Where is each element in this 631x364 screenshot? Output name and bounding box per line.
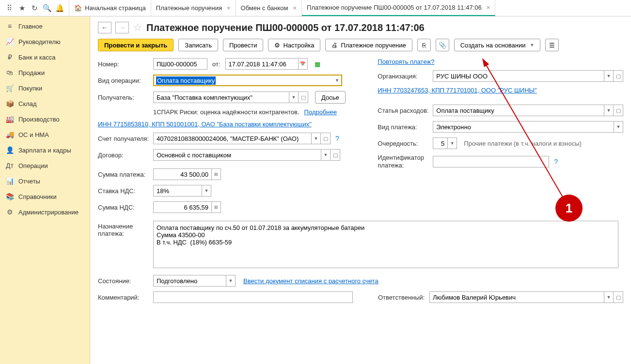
- tab-label: Платежные поручения: [156, 4, 222, 12]
- open-icon[interactable]: ▢: [321, 133, 331, 144]
- post-button[interactable]: Провести: [223, 39, 264, 51]
- comment-input[interactable]: [153, 291, 353, 303]
- history-icon[interactable]: ↻: [28, 1, 41, 15]
- chevron-down-icon[interactable]: ▼: [321, 149, 331, 161]
- chevron-down-icon[interactable]: ▼: [604, 291, 614, 303]
- recipient-input[interactable]: [153, 91, 289, 103]
- home-icon: 🏠: [74, 4, 82, 12]
- chevron-down-icon[interactable]: ▼: [311, 133, 321, 144]
- recipient-inn-link[interactable]: ИНН 7715853810, КПП 501001001, ОАО "База…: [98, 121, 312, 128]
- help-icon[interactable]: ?: [335, 135, 339, 142]
- sidebar-item-reports[interactable]: 📊Отчеты: [0, 173, 90, 189]
- vat-sum-input[interactable]: [153, 201, 211, 213]
- structure-button[interactable]: ⎘: [417, 39, 431, 51]
- tab-payment-orders[interactable]: Платежные поручения ×: [151, 0, 236, 16]
- settings-button[interactable]: ⚙Настройка: [268, 39, 320, 51]
- sidebar-item-purchases[interactable]: 🛒Покупки: [0, 80, 90, 96]
- repeat-payment-link[interactable]: Повторять платеж?: [378, 58, 434, 65]
- close-icon[interactable]: ×: [487, 4, 490, 11]
- sidebar-item-bank[interactable]: ₽Банк и касса: [0, 49, 90, 65]
- order-input[interactable]: [433, 137, 447, 149]
- comment-label: Комментарий:: [98, 294, 150, 301]
- sidebar-item-operations[interactable]: ДтОперации: [0, 158, 90, 173]
- open-icon[interactable]: ▢: [614, 291, 623, 303]
- number-input[interactable]: [153, 58, 207, 70]
- open-icon[interactable]: ▢: [614, 70, 623, 82]
- payment-type-select[interactable]: [433, 121, 614, 133]
- org-input[interactable]: [433, 70, 604, 82]
- close-icon[interactable]: ×: [227, 4, 231, 12]
- chevron-down-icon[interactable]: ▼: [604, 70, 614, 82]
- chevron-down-icon[interactable]: ▼: [202, 185, 211, 197]
- payment-id-input[interactable]: [433, 156, 549, 167]
- contract-input[interactable]: [153, 149, 321, 161]
- apps-icon[interactable]: ⠿: [3, 1, 16, 15]
- list-button[interactable]: ☰: [545, 39, 559, 51]
- vat-sum-label: Сумма НДС:: [98, 204, 150, 211]
- status-select[interactable]: [153, 275, 226, 287]
- chevron-down-icon[interactable]: ▼: [289, 91, 299, 103]
- spark-more-link[interactable]: Подробнее: [304, 108, 337, 116]
- sidebar-item-label: Руководителю: [18, 38, 61, 46]
- chevron-down-icon[interactable]: ▼: [226, 275, 236, 287]
- purpose-textarea[interactable]: [153, 221, 618, 268]
- tab-current-document[interactable]: Платежное поручение ПШ00-000005 от 17.07…: [302, 0, 495, 16]
- sidebar-item-admin[interactable]: ⚙Администрирование: [0, 204, 90, 220]
- responsible-input[interactable]: [429, 291, 604, 303]
- help-icon[interactable]: ?: [554, 158, 558, 166]
- tab-bar: 🏠 Начальная страница Платежные поручения…: [69, 0, 631, 16]
- tab-bank-exchange[interactable]: Обмен с банком ×: [236, 0, 302, 16]
- search-icon[interactable]: 🔍: [41, 1, 53, 15]
- sidebar-item-warehouse[interactable]: 📦Склад: [0, 96, 90, 111]
- calendar-icon[interactable]: 📅: [298, 58, 308, 70]
- sidebar-item-manager[interactable]: 📈Руководителю: [0, 34, 90, 49]
- account-input[interactable]: [153, 133, 311, 144]
- sidebar-item-assets[interactable]: 🚚ОС и НМА: [0, 127, 90, 142]
- number-label: Номер:: [98, 61, 150, 68]
- sidebar-item-label: Производство: [18, 116, 60, 123]
- back-button[interactable]: ←: [98, 22, 111, 33]
- recipient-label: Получатель:: [98, 94, 150, 101]
- chevron-down-icon[interactable]: ▼: [335, 78, 339, 83]
- chevron-down-icon[interactable]: ▼: [447, 137, 457, 149]
- order-label: Очередность:: [378, 140, 430, 147]
- close-icon[interactable]: ×: [293, 4, 297, 12]
- star-icon[interactable]: ☆: [133, 21, 142, 34]
- sidebar-item-directories[interactable]: 📚Справочники: [0, 189, 90, 204]
- open-icon[interactable]: ▢: [331, 149, 340, 161]
- stamp-icon[interactable]: ▦: [315, 61, 320, 68]
- sidebar-item-sales[interactable]: 🛍Продажи: [0, 65, 90, 80]
- attach-button[interactable]: 📎: [436, 39, 449, 51]
- sum-input[interactable]: [153, 168, 211, 180]
- print-button[interactable]: 🖨Платежное поручение: [325, 39, 412, 51]
- sidebar-item-label: Отчеты: [18, 178, 40, 185]
- calc-icon[interactable]: ⊞: [211, 201, 221, 213]
- calc-icon[interactable]: ⊞: [211, 168, 221, 180]
- favorite-icon[interactable]: ★: [16, 1, 28, 15]
- forward-button[interactable]: →: [115, 22, 129, 33]
- chevron-down-icon[interactable]: ▼: [614, 121, 623, 133]
- notifications-icon[interactable]: 🔔: [53, 1, 66, 15]
- gear-icon: ⚙: [274, 42, 280, 49]
- create-based-button[interactable]: Создать на основании▼: [454, 39, 541, 51]
- tab-home[interactable]: 🏠 Начальная страница: [69, 0, 151, 16]
- date-input[interactable]: [225, 58, 298, 70]
- sidebar-item-label: Покупки: [18, 85, 42, 92]
- org-inn-link[interactable]: ИНН 7703247653, КПП 771701001, ООО "РУС …: [378, 87, 536, 94]
- vat-rate-select[interactable]: [153, 185, 202, 197]
- chevron-down-icon[interactable]: ▼: [604, 105, 614, 116]
- enter-writeoff-link[interactable]: Ввести документ списания с расчетного сч…: [243, 277, 379, 285]
- sidebar-item-main[interactable]: ≡Главное: [0, 18, 90, 34]
- op-type-select[interactable]: Оплата поставщику: [156, 76, 216, 85]
- sidebar-item-production[interactable]: 🏭Производство: [0, 111, 90, 127]
- contract-label: Договор:: [98, 152, 150, 159]
- save-button[interactable]: Записать: [178, 39, 218, 51]
- dossier-button[interactable]: Досье: [315, 91, 346, 104]
- submit-close-button[interactable]: Провести и закрыть: [98, 39, 174, 51]
- expense-input[interactable]: [433, 105, 604, 116]
- ruble-icon: ₽: [6, 53, 14, 61]
- sidebar-item-salary[interactable]: 👤Зарплата и кадры: [0, 142, 90, 158]
- open-icon[interactable]: ▢: [614, 105, 623, 116]
- purpose-label: Назначение платежа:: [98, 221, 150, 237]
- open-icon[interactable]: ▢: [299, 91, 308, 103]
